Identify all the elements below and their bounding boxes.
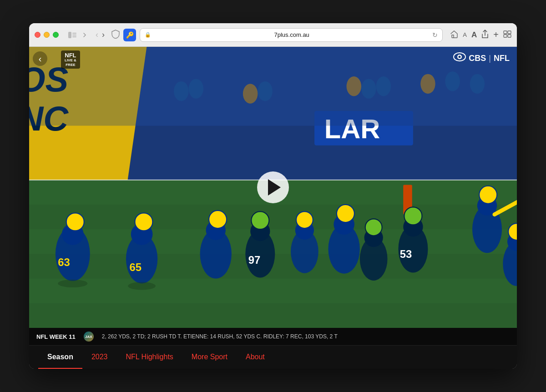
tab-about[interactable]: About xyxy=(237,346,274,369)
play-overlay xyxy=(257,171,289,203)
font-large-button[interactable]: A xyxy=(471,30,477,40)
close-button[interactable] xyxy=(35,32,40,38)
home-button[interactable] xyxy=(450,30,458,40)
tab-nfl-highlights[interactable]: NFL Highlights xyxy=(117,346,182,369)
ticker-text: 2, 262 YDS, 2 TD; 2 RUSH TD T. ETIENNE: … xyxy=(102,333,338,340)
nav-arrows: ‹ › xyxy=(94,30,106,40)
svg-rect-17 xyxy=(29,279,517,303)
tab-season[interactable]: Season xyxy=(38,346,82,369)
key-icon: 🔑 xyxy=(126,31,134,39)
nav-tabs: Season 2023 NFL Highlights More Sport Ab… xyxy=(29,345,517,369)
svg-point-65 xyxy=(361,79,376,98)
svg-point-39 xyxy=(337,205,354,222)
svg-point-68 xyxy=(445,71,460,91)
svg-rect-7 xyxy=(508,35,511,37)
cbs-text-label: CBS xyxy=(469,54,486,63)
url-text: 7plus.com.au xyxy=(154,31,430,38)
password-button[interactable]: 🔑 xyxy=(123,29,136,41)
nfl-sub1: LIVE & xyxy=(65,58,76,63)
font-small-button[interactable]: A xyxy=(463,31,467,38)
svg-rect-0 xyxy=(68,32,71,38)
nfl-badge: NFL LIVE & FREE xyxy=(61,50,80,69)
minimize-button[interactable] xyxy=(44,32,50,38)
svg-point-62 xyxy=(243,84,258,103)
svg-rect-1 xyxy=(72,33,76,34)
forward-button[interactable]: › xyxy=(101,30,106,40)
svg-point-61 xyxy=(189,79,204,98)
svg-rect-2 xyxy=(72,35,76,35)
svg-point-28 xyxy=(135,213,152,231)
svg-point-46 xyxy=(479,186,497,204)
jaguars-logo: JAX xyxy=(84,332,94,342)
svg-point-63 xyxy=(258,81,273,101)
video-container[interactable]: OS NC LAR 63 xyxy=(29,47,517,328)
svg-point-60 xyxy=(174,81,189,101)
svg-point-32 xyxy=(209,211,227,228)
add-tab-button[interactable]: + xyxy=(493,30,499,40)
back-arrow-button[interactable]: ‹ xyxy=(33,51,47,66)
share-button[interactable] xyxy=(481,30,489,40)
svg-point-52 xyxy=(128,282,156,290)
svg-text:53: 53 xyxy=(400,248,412,260)
maximize-button[interactable] xyxy=(53,32,59,38)
shield-button[interactable] xyxy=(111,30,120,40)
svg-point-42 xyxy=(404,207,422,225)
titlebar: ‹ › 🔑 🔒 7plus.com.au ↻ A A xyxy=(29,23,517,47)
svg-point-69 xyxy=(470,74,485,94)
cbs-nfl-badge: CBS | NFL xyxy=(453,52,510,64)
tab-overview-button[interactable] xyxy=(503,30,511,40)
svg-rect-3 xyxy=(72,36,76,37)
svg-point-24 xyxy=(66,213,84,231)
refresh-button[interactable]: ↻ xyxy=(432,31,438,39)
svg-text:65: 65 xyxy=(129,261,142,273)
week-label: NFL WEEK 11 xyxy=(36,333,76,340)
lock-icon: 🔒 xyxy=(145,32,151,38)
nfl-label: NFL xyxy=(65,52,76,58)
toolbar-right: A A + xyxy=(450,30,511,40)
cbs-eye-icon xyxy=(453,52,466,64)
svg-point-72 xyxy=(459,56,461,58)
content-area: OS NC LAR 63 xyxy=(29,47,517,369)
traffic-lights xyxy=(35,32,59,38)
svg-rect-6 xyxy=(504,35,507,37)
nfl-text-label: NFL xyxy=(494,54,510,63)
browser-window: ‹ › 🔑 🔒 7plus.com.au ↻ A A xyxy=(29,23,517,369)
tab-more-sport[interactable]: More Sport xyxy=(182,346,237,369)
sidebar-toggle-button[interactable] xyxy=(66,30,79,40)
pipe-divider: | xyxy=(489,54,491,63)
address-bar[interactable]: 🔒 7plus.com.au ↻ xyxy=(140,28,443,42)
svg-text:63: 63 xyxy=(58,256,70,268)
svg-point-51 xyxy=(58,280,87,287)
nfl-sub2: FREE xyxy=(66,63,75,67)
svg-text:97: 97 xyxy=(248,254,261,266)
svg-point-67 xyxy=(420,74,435,94)
svg-rect-59 xyxy=(29,47,517,126)
svg-point-66 xyxy=(376,76,391,96)
svg-point-55 xyxy=(296,211,313,228)
svg-rect-5 xyxy=(508,31,511,34)
ticker-bar: NFL WEEK 11 JAX 2, 262 YDS, 2 TD; 2 RUSH… xyxy=(29,328,517,345)
back-button[interactable]: ‹ xyxy=(94,30,100,40)
play-icon xyxy=(268,179,281,196)
sidebar-chevron-button[interactable] xyxy=(82,31,91,39)
tab-year[interactable]: 2023 xyxy=(82,346,117,369)
svg-point-64 xyxy=(347,76,362,96)
play-button[interactable] xyxy=(257,171,289,203)
svg-point-35 xyxy=(251,211,269,229)
svg-point-58 xyxy=(365,219,382,236)
svg-rect-4 xyxy=(504,31,507,34)
